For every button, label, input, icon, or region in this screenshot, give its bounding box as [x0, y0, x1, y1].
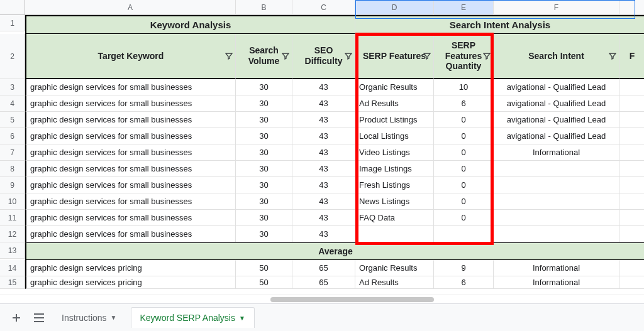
cell-serp-features[interactable]: Ad Results [355, 276, 434, 289]
filter-icon[interactable] [345, 52, 352, 60]
header-seo-difficulty[interactable]: SEO Difficulty [292, 34, 355, 79]
cell-search-intent[interactable] [494, 210, 619, 226]
cell-target-keyword[interactable]: graphic design services pricing [25, 276, 236, 289]
cell-partial[interactable] [619, 144, 644, 161]
cell-seo-difficulty[interactable]: 43 [292, 79, 355, 95]
cell-target-keyword[interactable]: graphic design services for small busine… [25, 112, 236, 128]
cell-serp-qty[interactable]: 0 [434, 193, 494, 210]
cell-serp-qty[interactable]: 10 [434, 79, 494, 95]
cell-target-keyword[interactable]: graphic design services for small busine… [25, 128, 236, 144]
filter-icon[interactable] [609, 52, 616, 60]
row-header[interactable]: 1 [0, 15, 25, 31]
cell-serp-qty[interactable]: 0 [434, 177, 494, 193]
row-header[interactable]: 10 [0, 193, 25, 210]
cell-serp-qty[interactable]: 6 [434, 276, 494, 289]
row-header[interactable]: 8 [0, 161, 25, 177]
cell-search-intent[interactable]: avigational - Qualified Lead [494, 95, 619, 112]
cell-serp-features[interactable]: Fresh Listings [355, 177, 434, 193]
cell-search-volume[interactable]: 30 [236, 177, 292, 193]
cell-seo-difficulty[interactable]: 43 [292, 226, 355, 242]
row-header[interactable]: 14 [0, 260, 25, 276]
cell-partial[interactable] [619, 260, 644, 276]
cell-serp-qty[interactable]: 0 [434, 144, 494, 161]
cell-serp-features[interactable]: News Listings [355, 193, 434, 210]
cell-serp-features[interactable]: FAQ Data [355, 210, 434, 226]
filter-icon[interactable] [483, 52, 491, 60]
cell-seo-difficulty[interactable]: 65 [292, 276, 355, 289]
cell-search-intent[interactable]: avigational - Qualified Lead [494, 128, 619, 144]
cell-search-intent[interactable] [494, 193, 619, 210]
row-header[interactable]: 4 [0, 95, 25, 112]
add-sheet-button[interactable] [8, 309, 25, 327]
row-header[interactable]: 6 [0, 128, 25, 144]
cell-search-volume[interactable]: 30 [236, 95, 292, 112]
cell-search-volume[interactable]: 30 [236, 210, 292, 226]
row-header[interactable]: 12 [0, 226, 25, 242]
cell-partial[interactable] [619, 193, 644, 210]
cell-partial[interactable] [619, 177, 644, 193]
cell-partial[interactable] [619, 276, 644, 289]
column-header[interactable]: A [25, 0, 236, 15]
filter-icon[interactable] [423, 52, 431, 60]
row-header[interactable]: 5 [0, 112, 25, 128]
cell-search-intent[interactable]: Informational [494, 260, 619, 276]
cell-serp-qty[interactable]: 9 [434, 260, 494, 276]
cell-search-intent[interactable]: avigational - Qualified Lead [494, 79, 619, 95]
column-header[interactable]: C [292, 0, 355, 15]
cell-search-volume[interactable]: 30 [236, 144, 292, 161]
cell-partial[interactable] [619, 112, 644, 128]
cell-partial[interactable] [619, 95, 644, 112]
cell-target-keyword[interactable]: graphic design services for small busine… [25, 210, 236, 226]
cell-seo-difficulty[interactable]: 43 [292, 128, 355, 144]
cell-search-intent[interactable] [494, 177, 619, 193]
row-header[interactable]: 15 [0, 276, 25, 289]
cell-serp-features[interactable]: Video Listings [355, 144, 434, 161]
cell-target-keyword[interactable]: graphic design services for small busine… [25, 161, 236, 177]
cell-search-volume[interactable]: 50 [236, 260, 292, 276]
filter-icon[interactable] [225, 52, 233, 60]
cell-serp-features[interactable]: Organic Results [355, 79, 434, 95]
cell-search-intent[interactable] [494, 161, 619, 177]
cell-search-intent[interactable]: Informational [494, 144, 619, 161]
cell-search-volume[interactable]: 30 [236, 79, 292, 95]
row-header[interactable]: 3 [0, 79, 25, 95]
cell-serp-features[interactable]: Product Listings [355, 112, 434, 128]
cell-target-keyword[interactable]: graphic design services pricing [25, 260, 236, 276]
cell-seo-difficulty[interactable]: 43 [292, 193, 355, 210]
cell-serp-features[interactable]: Image Listings [355, 161, 434, 177]
cell-serp-qty[interactable]: 0 [434, 210, 494, 226]
cell-target-keyword[interactable]: graphic design services for small busine… [25, 79, 236, 95]
cell-partial[interactable] [619, 79, 644, 95]
header-target-keyword[interactable]: Target Keyword [25, 34, 236, 79]
cell-serp-features[interactable] [355, 226, 434, 242]
row-header[interactable]: 7 [0, 144, 25, 161]
corner-cell[interactable] [0, 0, 25, 15]
cell-seo-difficulty[interactable]: 43 [292, 161, 355, 177]
cell-target-keyword[interactable]: graphic design services for small busine… [25, 177, 236, 193]
row-header[interactable]: 9 [0, 177, 25, 193]
tab-keyword-serp-analysis[interactable]: Keyword SERP Analysis ▼ [131, 307, 255, 328]
cell-partial[interactable] [619, 210, 644, 226]
cell-search-volume[interactable]: 30 [236, 128, 292, 144]
row-header[interactable]: 2 [0, 34, 25, 79]
cell-serp-qty[interactable]: 0 [434, 128, 494, 144]
cell-partial[interactable] [619, 128, 644, 144]
cell-search-volume[interactable]: 30 [236, 112, 292, 128]
cell-target-keyword[interactable]: graphic design services for small busine… [25, 144, 236, 161]
cell-seo-difficulty[interactable]: 43 [292, 95, 355, 112]
cell-search-volume[interactable]: 30 [236, 193, 292, 210]
cell-target-keyword[interactable]: graphic design services for small busine… [25, 193, 236, 210]
cell-search-volume[interactable]: 50 [236, 276, 292, 289]
row-header[interactable]: 11 [0, 210, 25, 226]
header-search-intent[interactable]: Search Intent [494, 34, 619, 79]
column-header[interactable]: B [236, 0, 292, 15]
cell-serp-features[interactable]: Organic Results [355, 260, 434, 276]
cell-search-volume[interactable]: 30 [236, 161, 292, 177]
cell-seo-difficulty[interactable]: 65 [292, 260, 355, 276]
header-serp-features-qty[interactable]: SERP Features Quantity [434, 34, 494, 79]
horizontal-scrollbar[interactable] [0, 295, 644, 303]
cell-serp-qty[interactable]: 0 [434, 161, 494, 177]
cell-seo-difficulty[interactable]: 43 [292, 112, 355, 128]
cell-serp-qty[interactable]: 0 [434, 112, 494, 128]
cell-search-intent[interactable] [494, 226, 619, 242]
